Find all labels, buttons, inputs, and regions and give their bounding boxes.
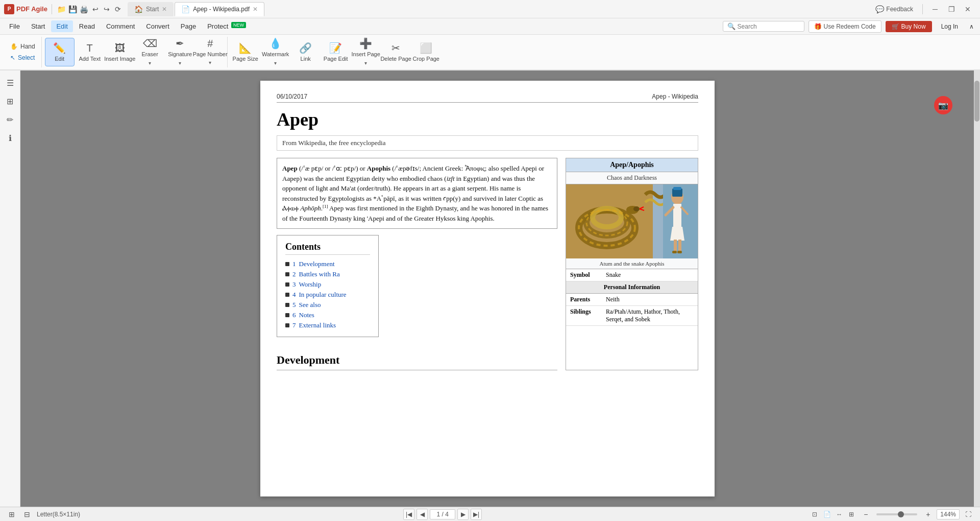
redeem-button[interactable]: 🎁 Use Redeem Code: [808, 20, 881, 33]
infobox-symbol-row: Symbol Snake: [566, 269, 698, 281]
nav-first-button[interactable]: |◀: [403, 509, 414, 520]
link-button[interactable]: 🔗 Link: [291, 38, 321, 66]
add-text-button[interactable]: T Add Text: [75, 38, 105, 66]
watermark-icon: 💧: [269, 37, 282, 50]
signature-dropdown-arrow[interactable]: ▾: [178, 59, 182, 67]
page-edit-button[interactable]: 📝 Page Edit: [321, 38, 351, 66]
zoom-in-button[interactable]: +: [922, 509, 934, 520]
sidebar-edit-icon[interactable]: ✏: [2, 111, 18, 128]
bullet-3: [285, 282, 289, 287]
nav-last-button[interactable]: ▶|: [471, 509, 482, 520]
nav-next-button[interactable]: ▶: [457, 509, 469, 520]
tool-group-select: ✋ Hand ↖ Select: [4, 37, 42, 67]
infobox-image-caption: Atum and the snake Apophis: [566, 258, 698, 269]
zoom-slider[interactable]: [876, 513, 917, 515]
camera-button[interactable]: 📷: [934, 96, 952, 114]
view-columns-icon[interactable]: ⊞: [846, 509, 857, 520]
signature-button[interactable]: ✒ Signature ▾: [165, 38, 195, 66]
scrollbar-track[interactable]: [974, 70, 980, 507]
menu-file[interactable]: File: [4, 20, 25, 32]
menu-read[interactable]: Read: [74, 20, 100, 32]
menu-protect[interactable]: Protect NEW: [202, 20, 251, 32]
insert-page-label: Insert Page: [352, 51, 380, 57]
zoom-out-button[interactable]: −: [860, 509, 871, 520]
print-icon[interactable]: 🖨️: [79, 4, 90, 15]
page-indicator[interactable]: 1 / 4: [430, 509, 455, 519]
buy-button[interactable]: 🛒 Buy Now: [886, 21, 932, 32]
select-tool[interactable]: ↖ Select: [6, 53, 39, 63]
save-icon[interactable]: 💾: [67, 4, 79, 15]
menu-edit[interactable]: Edit: [51, 20, 72, 32]
crop-page-button[interactable]: ⬜ Crop Page: [411, 38, 441, 66]
menu-comment[interactable]: Comment: [101, 20, 140, 32]
contents-item-3[interactable]: 3 Worship: [285, 279, 370, 290]
view-page-icon[interactable]: 📄: [821, 509, 832, 520]
sidebar-list-icon[interactable]: ☰: [2, 75, 18, 91]
statusbar-center: |◀ ◀ 1 / 4 ▶ ▶|: [403, 509, 482, 520]
statusbar-icon-1[interactable]: ⊞: [6, 509, 17, 520]
tab-start[interactable]: 🏠 Start ✕: [128, 2, 174, 16]
search-input[interactable]: [738, 23, 800, 30]
contents-num-1: 1: [292, 260, 296, 268]
contents-text-7: External links: [299, 321, 336, 329]
minimize-button[interactable]: ─: [927, 2, 943, 16]
pdf-main-title: Apep: [277, 109, 698, 130]
contents-item-2[interactable]: 2 Battles with Ra: [285, 269, 370, 279]
insert-image-button[interactable]: 🖼 Insert Image: [105, 38, 135, 66]
feedback-button[interactable]: 💬 Feedback: [870, 3, 918, 15]
page-size-button[interactable]: 📐 Page Size: [231, 38, 260, 66]
page-number-dropdown-arrow[interactable]: ▾: [208, 59, 212, 66]
update-icon[interactable]: ⟳: [112, 4, 124, 15]
hand-tool[interactable]: ✋ Hand: [6, 41, 39, 52]
page-number-icon: #: [207, 38, 213, 50]
sidebar-info-icon[interactable]: ℹ: [2, 130, 18, 146]
statusbar-icon-2[interactable]: ⊟: [21, 509, 33, 520]
close-button[interactable]: ✕: [960, 2, 976, 16]
contents-title: Contents: [285, 242, 370, 255]
menu-page[interactable]: Page: [176, 20, 201, 32]
nav-prev-button[interactable]: ◀: [416, 509, 428, 520]
tab-apep-close[interactable]: ✕: [253, 6, 258, 13]
folder-icon[interactable]: 📁: [56, 4, 67, 15]
watermark-button[interactable]: 💧 Watermark ▾: [261, 38, 290, 66]
contents-item-6[interactable]: 6 Notes: [285, 310, 370, 320]
login-button[interactable]: Log In: [936, 21, 963, 32]
search-icon: 🔍: [727, 22, 736, 30]
contents-num-5: 5: [292, 301, 296, 309]
eraser-dropdown-arrow[interactable]: ▾: [148, 59, 152, 67]
contents-item-1[interactable]: 1 Development: [285, 259, 370, 269]
statusbar-right: ⊡ 📄 ↔ ⊞ − + 144% ⛶: [809, 509, 974, 520]
search-box[interactable]: 🔍: [723, 21, 804, 32]
redo-icon[interactable]: ↪: [101, 4, 112, 15]
scrollbar-thumb[interactable]: [974, 81, 979, 122]
protect-badge: NEW: [231, 22, 246, 28]
pdf-canvas[interactable]: 06/10/2017 Apep - Wikipedia Apep From Wi…: [20, 70, 954, 507]
infobox-siblings-row: Siblings Ra/Ptah/Atum, Hathor, Thoth, Se…: [566, 306, 698, 326]
tab-start-close[interactable]: ✕: [162, 6, 167, 13]
menu-convert[interactable]: Convert: [141, 20, 175, 32]
view-fit-icon[interactable]: ⊡: [809, 509, 820, 520]
watermark-dropdown-arrow[interactable]: ▾: [273, 59, 278, 67]
contents-item-4[interactable]: 4 In popular culture: [285, 290, 370, 300]
contents-text-6: Notes: [299, 311, 314, 319]
undo-icon[interactable]: ↩: [90, 4, 101, 15]
tab-apep[interactable]: 📄 Apep - Wikipedia.pdf ✕: [175, 2, 264, 16]
svg-rect-22: [672, 251, 677, 253]
contents-item-7[interactable]: 7 External links: [285, 320, 370, 330]
insert-page-button[interactable]: ➕ Insert Page ▾: [351, 38, 381, 66]
page-number-button[interactable]: # Page Number ▾: [195, 38, 225, 66]
zoom-value[interactable]: 144%: [937, 509, 960, 519]
delete-page-icon: ✂: [391, 42, 400, 54]
contents-item-5[interactable]: 5 See also: [285, 300, 370, 310]
delete-page-button[interactable]: ✂ Delete Page: [381, 38, 411, 66]
fullscreen-icon[interactable]: ⛶: [963, 509, 974, 520]
restore-button[interactable]: ❐: [943, 2, 960, 16]
eraser-icon: ⌫: [143, 37, 157, 50]
sidebar-grid-icon[interactable]: ⊞: [2, 93, 18, 109]
insert-page-dropdown-arrow[interactable]: ▾: [363, 59, 368, 67]
edit-tool-button[interactable]: ✏️ Edit: [45, 38, 75, 66]
menu-start[interactable]: Start: [26, 20, 50, 32]
expand-icon[interactable]: ∧: [967, 21, 976, 32]
view-width-icon[interactable]: ↔: [834, 509, 845, 520]
eraser-button[interactable]: ⌫ Eraser ▾: [135, 38, 165, 66]
